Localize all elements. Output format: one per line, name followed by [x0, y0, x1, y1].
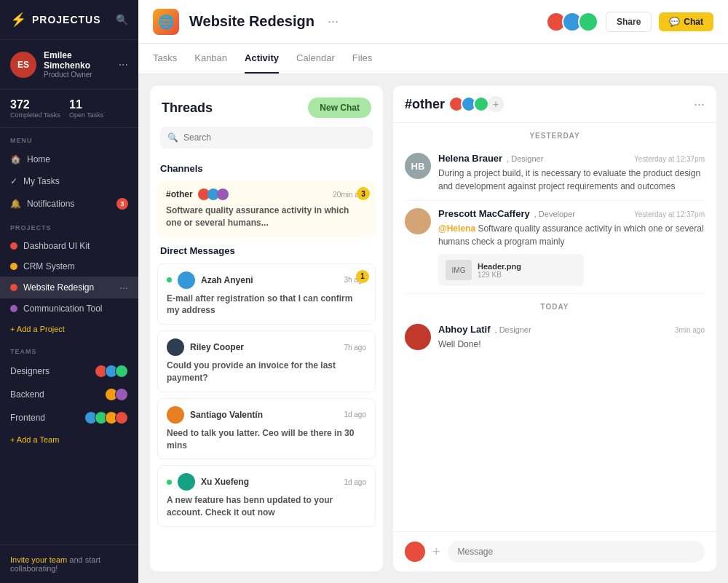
open-tasks-label: Open Tasks: [69, 111, 128, 119]
tab-kanban[interactable]: Kanban: [194, 44, 227, 74]
dm-name: Xu Xuefeng: [201, 477, 249, 487]
message-time: Yesterday at 12:37pm: [634, 155, 705, 163]
user-more-button[interactable]: ···: [119, 58, 128, 71]
channel-badge: 3: [357, 187, 370, 200]
search-input[interactable]: [160, 127, 373, 148]
project-more-icon[interactable]: ···: [328, 14, 339, 29]
project-name: Dashboard UI Kit: [23, 241, 90, 251]
channel-name: #other: [166, 189, 193, 199]
share-button[interactable]: Share: [606, 12, 652, 32]
team-item-designers[interactable]: Designers: [0, 360, 138, 383]
project-dot: [10, 284, 17, 291]
message-item: Abhoy Latif , Designer 3min ago Well Don…: [405, 317, 705, 358]
user-info: Emilee Simchenko Product Owner: [44, 50, 111, 79]
message-header: Prescott MacCaffery , Developer Yesterda…: [438, 208, 705, 219]
project-more-button[interactable]: ···: [119, 282, 128, 293]
project-item-website[interactable]: Website Redesign ···: [0, 277, 138, 298]
message-time: Yesterday at 12:37pm: [634, 210, 705, 218]
day-divider-yesterday: YESTERDAY: [405, 123, 705, 146]
tab-activity[interactable]: Activity: [245, 44, 279, 74]
add-project-link[interactable]: + Add a Project: [0, 319, 138, 339]
header-avatar: [578, 12, 598, 32]
sidebar-logo: ⚡ PROJECTUS 🔍: [0, 0, 138, 40]
open-tasks-stat: 11 Open Tasks: [69, 98, 128, 119]
dm-preview: Need to talk you latter. Ceo will be the…: [167, 427, 366, 452]
threads-header: Threads New Chat: [150, 86, 383, 127]
add-attachment-icon[interactable]: +: [432, 544, 440, 560]
attachment-size: 129 KB: [478, 271, 521, 279]
sidebar: ⚡ PROJECTUS 🔍 ES Emilee Simchenko Produc…: [0, 0, 138, 583]
team-name: Designers: [10, 366, 50, 376]
new-chat-button[interactable]: New Chat: [308, 98, 371, 118]
chat-more-button[interactable]: ···: [694, 97, 705, 112]
tab-tasks[interactable]: Tasks: [153, 44, 177, 74]
dm-time: 7h ago: [344, 344, 366, 352]
message-text: @Helena Software quality assurance activ…: [438, 222, 705, 248]
dm-header-row: Riley Cooper 7h ago: [167, 338, 366, 356]
channel-other[interactable]: 3 #other 20min ago Software quality assu…: [157, 181, 376, 237]
day-divider-today: TODAY: [405, 294, 705, 317]
dm-name: Santiago Valentín: [190, 410, 263, 420]
teams-label: TEAMS: [0, 339, 138, 360]
add-team-link[interactable]: + Add a Team: [0, 429, 138, 450]
dm-header-row: Xu Xuefeng 1d ago: [167, 473, 366, 491]
project-item-dashboard[interactable]: Dashboard UI Kit: [0, 236, 138, 256]
threads-title: Threads: [162, 100, 213, 116]
sidebar-item-home[interactable]: 🏠 Home: [0, 148, 138, 170]
content-area: Threads New Chat 🔍 Channels 3 #other 20: [138, 74, 728, 583]
dm-avatar: [167, 338, 184, 356]
menu-label: MENU: [0, 128, 138, 148]
team-avatars: [98, 365, 128, 378]
tab-files[interactable]: Files: [352, 44, 372, 74]
team-avatars: [108, 388, 128, 401]
tab-calendar[interactable]: Calendar: [296, 44, 335, 74]
message-role: , Designer: [507, 154, 543, 163]
message-content: Abhoy Latif , Designer 3min ago Well Don…: [438, 324, 705, 351]
dm-item[interactable]: Santiago Valentín 1d ago Need to talk yo…: [157, 398, 376, 460]
messages-area: YESTERDAY HB Helena Brauer , Designer Ye…: [393, 123, 716, 531]
channel-header-row: #other 20min ago: [166, 189, 367, 200]
team-avatar: [115, 388, 128, 401]
online-indicator: [167, 277, 172, 282]
home-label: Home: [27, 154, 50, 164]
dm-time: 1d ago: [344, 478, 366, 486]
chat-button[interactable]: 💬 Chat: [659, 12, 713, 31]
message-role: , Developer: [534, 210, 575, 218]
avatar: ES: [10, 52, 36, 78]
message-item: HB Helena Brauer , Designer Yesterday at…: [405, 146, 705, 201]
user-name: Emilee Simchenko: [44, 50, 111, 71]
team-avatar: [115, 411, 128, 424]
dm-item[interactable]: 1 Azah Anyeni 3h ago E-mail after regist…: [157, 263, 376, 325]
chat-header: #other + ···: [393, 86, 716, 123]
search-icon[interactable]: 🔍: [116, 14, 128, 25]
dm-preview: A new feature has benn updated to your a…: [167, 494, 366, 519]
notifications-badge: 3: [116, 198, 128, 210]
completed-tasks-stat: 372 Completed Tasks: [10, 98, 69, 119]
dm-preview: E-mail after registration so that I can …: [167, 293, 366, 317]
project-name: CRM System: [23, 261, 75, 271]
completed-tasks-label: Completed Tasks: [10, 111, 69, 119]
dm-time: 1d ago: [344, 411, 366, 419]
project-item-comm[interactable]: Communication Tool: [0, 298, 138, 319]
project-item-crm[interactable]: CRM System: [0, 256, 138, 277]
input-user-avatar: [405, 542, 425, 562]
dm-item[interactable]: Riley Cooper 7h ago Could you provide an…: [157, 330, 376, 392]
invite-text: Invite your team and start collaborating…: [10, 555, 128, 573]
sidebar-item-my-tasks[interactable]: ✓ My Tasks: [0, 170, 138, 192]
chat-member-avatar: [473, 96, 489, 112]
nav-tabs: Tasks Kanban Activity Calendar Files: [138, 44, 728, 74]
dm-preview: Could you provide an invoice for the las…: [167, 360, 366, 384]
message-content: Helena Brauer , Designer Yesterday at 12…: [438, 153, 705, 193]
dm-item[interactable]: Xu Xuefeng 1d ago A new feature has benn…: [157, 465, 376, 527]
bell-icon: 🔔: [10, 199, 21, 209]
add-member-button[interactable]: +: [488, 96, 504, 112]
home-icon: 🏠: [10, 154, 21, 164]
message-input[interactable]: [448, 541, 705, 563]
team-item-frontend[interactable]: Frontend: [0, 406, 138, 429]
team-name: Frontend: [10, 413, 45, 423]
team-item-backend[interactable]: Backend: [0, 383, 138, 406]
sidebar-item-notifications[interactable]: 🔔 Notifications 3: [0, 192, 138, 215]
projects-label: PROJECTS: [0, 215, 138, 236]
message-author: Abhoy Latif: [438, 324, 491, 335]
invite-link[interactable]: Invite your team: [10, 555, 67, 564]
